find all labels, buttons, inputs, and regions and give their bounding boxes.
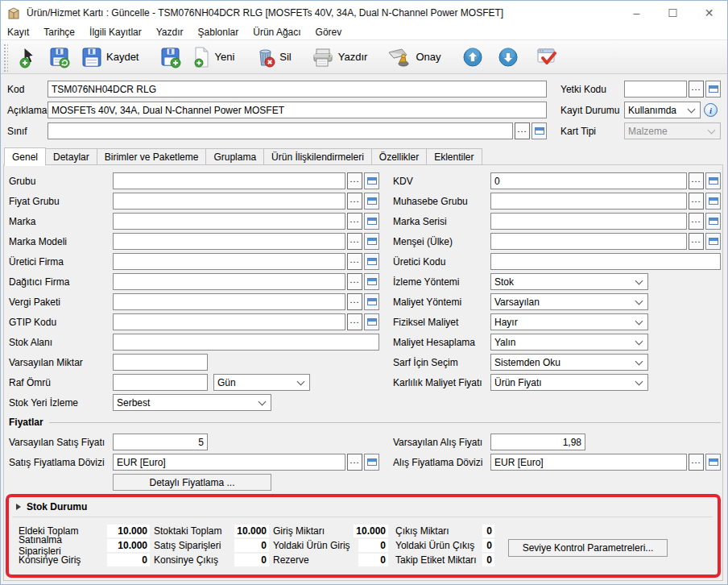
- stok-durumu-header[interactable]: Stok Durumu: [16, 501, 87, 512]
- sinif-open-button[interactable]: [532, 122, 547, 139]
- tab-birimler-ve-paketleme[interactable]: Birimler ve Paketleme: [97, 148, 207, 165]
- menu-sablonlar[interactable]: Şablonlar: [198, 27, 246, 38]
- marka-modeli-open-button[interactable]: [364, 233, 379, 250]
- apply-button[interactable]: [531, 44, 565, 70]
- raf-omru-unit-select[interactable]: Gün: [213, 374, 310, 391]
- marka-lookup-button[interactable]: ...: [347, 213, 362, 230]
- fiziksel-maliyet-select[interactable]: Hayır: [490, 313, 648, 330]
- marka-modeli-lookup-button[interactable]: ...: [347, 233, 362, 250]
- kdv-open-button[interactable]: [705, 172, 721, 189]
- marka-modeli-input[interactable]: [113, 233, 345, 250]
- stok-yeri-izleme-select[interactable]: Serbest: [113, 394, 271, 411]
- new-button[interactable]: Yeni: [187, 44, 239, 70]
- menu-urun-agaci[interactable]: Ürün Ağacı: [253, 27, 308, 38]
- alis-dovizi-lookup-button[interactable]: ...: [689, 454, 704, 471]
- sarf-icin-secim-select[interactable]: Sistemden Oku: [490, 354, 648, 371]
- alis-dovizi-input[interactable]: [490, 454, 687, 471]
- menu-gorev[interactable]: Görev: [316, 27, 350, 38]
- grubu-input[interactable]: [113, 172, 345, 189]
- tab-detaylar[interactable]: Detaylar: [46, 148, 97, 165]
- satis-dovizi-input[interactable]: [113, 454, 345, 471]
- uretici-firma-input[interactable]: [113, 253, 345, 270]
- muhasebe-grubu-lookup-button[interactable]: ...: [689, 193, 704, 210]
- approve-button[interactable]: Onay: [382, 44, 445, 70]
- menu-ilgili-kayitlar[interactable]: İlgili Kayıtlar: [89, 27, 149, 38]
- marka-serisi-open-button[interactable]: [705, 213, 721, 230]
- fiyat-grubu-input[interactable]: [113, 193, 345, 210]
- print-button[interactable]: Yazdır: [306, 44, 373, 70]
- sinif-lookup-button[interactable]: ...: [515, 122, 530, 139]
- kdv-lookup-button[interactable]: ...: [689, 172, 704, 189]
- grubu-lookup-button[interactable]: ...: [347, 172, 362, 189]
- uretici-firma-lookup-button[interactable]: ...: [347, 253, 362, 270]
- seviye-kontrol-parametreleri-button[interactable]: Seviye Kontrol Parametreleri...: [508, 539, 668, 557]
- info-icon[interactable]: i: [704, 103, 718, 117]
- previous-record-button[interactable]: [457, 44, 489, 70]
- marka-serisi-input[interactable]: [490, 213, 687, 230]
- new-page-icon: [192, 46, 211, 68]
- menu-tarihce[interactable]: Tarihçe: [43, 27, 82, 38]
- varsayilan-miktar-input[interactable]: [113, 354, 208, 371]
- tab-urun-iliskilendirmeleri[interactable]: Ürün İlişkilendirmeleri: [264, 148, 372, 165]
- marka-serisi-lookup-button[interactable]: ...: [689, 213, 704, 230]
- detayli-fiyatlama-button[interactable]: Detaylı Fiyatlama ...: [113, 474, 271, 491]
- dagitici-firma-lookup-button[interactable]: ...: [347, 273, 362, 290]
- yetki-kodu-open-button[interactable]: [705, 81, 721, 98]
- aciklama-input[interactable]: [48, 102, 547, 118]
- mensei-ulke-lookup-button[interactable]: ...: [689, 233, 704, 250]
- satis-fiyati-input[interactable]: [113, 434, 208, 450]
- izleme-yontemi-select[interactable]: Stok: [490, 273, 648, 290]
- marka-input[interactable]: [113, 213, 345, 230]
- uretici-firma-open-button[interactable]: [364, 253, 379, 270]
- satis-dovizi-lookup-button[interactable]: ...: [347, 454, 362, 471]
- tab-eklentiler[interactable]: Eklentiler: [427, 148, 482, 165]
- kdv-input[interactable]: [490, 172, 687, 189]
- yetki-kodu-lookup-button[interactable]: ...: [689, 81, 704, 98]
- mensei-ulke-input[interactable]: [490, 233, 687, 250]
- sinif-input[interactable]: [48, 122, 513, 139]
- maximize-button[interactable]: ☐: [655, 1, 691, 25]
- gtip-kodu-open-button[interactable]: [364, 313, 379, 330]
- fiyat-grubu-lookup-button[interactable]: ...: [347, 193, 362, 210]
- maliyet-yontemi-select[interactable]: Varsayılan: [490, 293, 648, 310]
- uretici-kodu-input[interactable]: [490, 253, 721, 270]
- marka-open-button[interactable]: [364, 213, 379, 230]
- field-kayit-durumu: Kayıt Durumu Kullanımda i: [560, 102, 721, 118]
- vergi-paketi-lookup-button[interactable]: ...: [347, 293, 362, 310]
- minimize-button[interactable]: –: [618, 1, 655, 25]
- menu-yazdir[interactable]: Yazdır: [156, 27, 191, 38]
- yetki-kodu-input[interactable]: [624, 81, 687, 98]
- next-record-button[interactable]: [492, 44, 524, 70]
- maliyet-hesaplama-select[interactable]: Yalın: [490, 334, 648, 351]
- grubu-open-button[interactable]: [364, 172, 379, 189]
- tab-genel[interactable]: Genel: [4, 147, 46, 166]
- tab-ozellikler[interactable]: Özellikler: [372, 148, 427, 165]
- menu-kayit[interactable]: Kayıt: [7, 27, 36, 38]
- gtip-kodu-input[interactable]: [113, 313, 345, 330]
- close-button[interactable]: ✕: [691, 1, 727, 25]
- dagitici-firma-open-button[interactable]: [364, 273, 379, 290]
- muhasebe-grubu-label: Muhasebe Grubu: [393, 196, 490, 207]
- fiyat-grubu-open-button[interactable]: [364, 193, 379, 210]
- kayit-durumu-select[interactable]: Kullanımda: [624, 102, 701, 118]
- save-new-button[interactable]: [155, 44, 187, 70]
- alis-dovizi-open-button[interactable]: [705, 454, 721, 471]
- alis-fiyati-input[interactable]: [490, 434, 585, 450]
- kod-input[interactable]: [48, 81, 547, 98]
- save-refresh-button[interactable]: [43, 44, 76, 70]
- select-add-button[interactable]: [13, 44, 43, 70]
- gtip-kodu-lookup-button[interactable]: ...: [347, 313, 362, 330]
- satis-dovizi-open-button[interactable]: [364, 454, 379, 471]
- karlilik-maliyet-fiyati-select[interactable]: Ürün Fiyatı: [490, 374, 648, 391]
- mensei-ulke-open-button[interactable]: [705, 233, 721, 250]
- muhasebe-grubu-input[interactable]: [490, 193, 687, 210]
- dagitici-firma-input[interactable]: [113, 273, 345, 290]
- raf-omru-input[interactable]: [113, 374, 208, 391]
- stok-alani-input[interactable]: [113, 334, 379, 351]
- save-button[interactable]: Kaydet: [76, 44, 143, 70]
- delete-button[interactable]: Sil: [249, 44, 296, 70]
- vergi-paketi-open-button[interactable]: [364, 293, 379, 310]
- tab-gruplama[interactable]: Gruplama: [206, 148, 264, 165]
- muhasebe-grubu-open-button[interactable]: [705, 193, 721, 210]
- vergi-paketi-input[interactable]: [113, 293, 345, 310]
